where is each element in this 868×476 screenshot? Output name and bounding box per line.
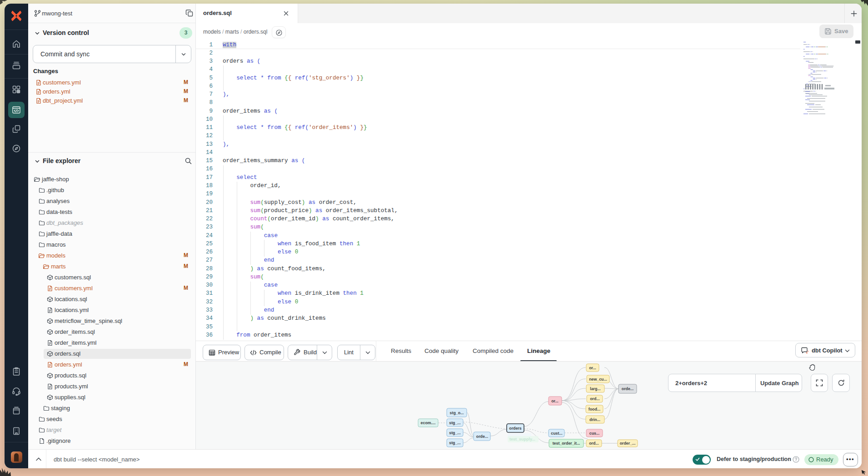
svg-text:stg_...: stg_...	[449, 421, 460, 425]
svg-text:cust...: cust...	[551, 431, 562, 436]
svg-text:ord...: ord...	[589, 441, 599, 446]
svg-text:new_cu...: new_cu...	[589, 377, 607, 382]
svg-text:ord...: ord...	[590, 397, 600, 401]
svg-text:order_...: order_...	[620, 441, 636, 446]
svg-text:cus...: cus...	[589, 431, 600, 436]
svg-text:stg_o...: stg_o...	[450, 411, 464, 415]
svg-text:stg_...: stg_...	[449, 441, 460, 445]
svg-text:larg...: larg...	[590, 387, 600, 391]
svg-text:stg_...: stg_...	[449, 431, 460, 435]
svg-text:orde...: orde...	[476, 434, 488, 439]
svg-text:test_supply...: test_supply...	[509, 437, 535, 441]
svg-text:food...: food...	[589, 407, 600, 412]
svg-text:orders: orders	[509, 426, 521, 431]
svg-text:drin...: drin...	[589, 417, 600, 422]
svg-text:test_order_it...: test_order_it...	[553, 441, 580, 446]
svg-text:ecom....: ecom....	[421, 421, 436, 425]
svg-text:orde...: orde...	[622, 387, 634, 391]
svg-text:or...: or...	[551, 399, 559, 403]
svg-text:or...: or...	[589, 366, 596, 370]
